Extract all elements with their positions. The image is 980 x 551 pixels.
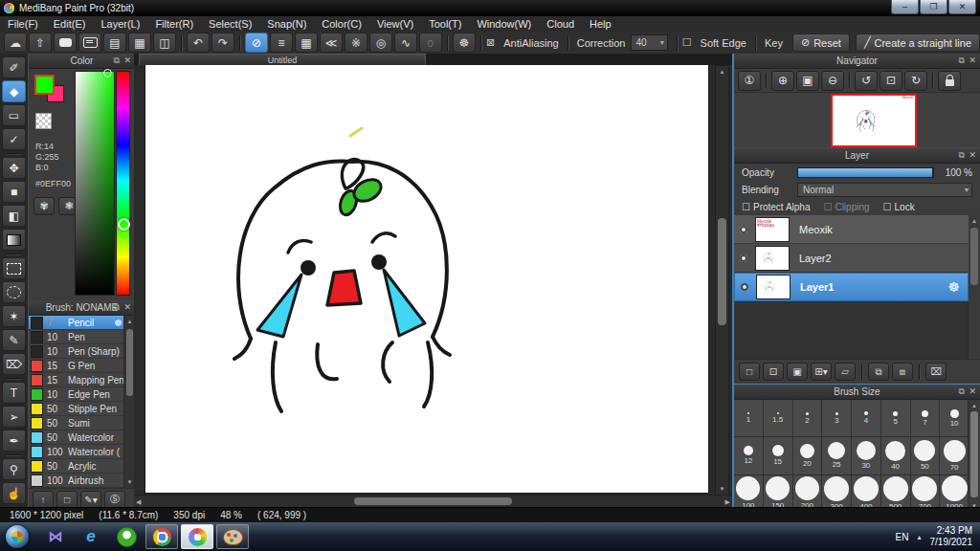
- popout-icon[interactable]: ⧉: [959, 149, 965, 162]
- popout-icon[interactable]: ⧉: [959, 386, 965, 398]
- brush-size-40[interactable]: 40: [881, 437, 910, 474]
- document-tab[interactable]: Untitled: [139, 54, 426, 65]
- soft-edge-checkbox[interactable]: ☐: [682, 36, 692, 49]
- navigator-thumbnail[interactable]: Meoxik: [831, 94, 917, 147]
- new-1bit-layer-button[interactable]: ▣: [787, 363, 808, 381]
- popout-icon[interactable]: ⧉: [959, 55, 965, 67]
- antialiasing-checkbox[interactable]: ⊠: [486, 36, 495, 49]
- hand-tool[interactable]: ☝: [2, 482, 26, 504]
- start-button[interactable]: [6, 525, 29, 548]
- close-icon[interactable]: ✕: [969, 386, 976, 398]
- zoom-out-button[interactable]: ⊖: [821, 71, 844, 91]
- brush-size-15[interactable]: 15: [764, 437, 792, 474]
- menu-item-tool[interactable]: Tool(T): [421, 18, 469, 30]
- scrollbar-thumb[interactable]: [354, 497, 512, 505]
- fill-rect-tool[interactable]: ■: [2, 181, 26, 203]
- rotate-ccw-button[interactable]: ↺: [855, 71, 878, 91]
- blending-select[interactable]: Normal ▾: [797, 183, 972, 197]
- add-brush-button[interactable]: □: [56, 491, 78, 509]
- brush-size-4[interactable]: 4: [852, 400, 880, 436]
- close-button[interactable]: ✕: [948, 0, 976, 14]
- scrollbar-thumb[interactable]: [970, 228, 978, 285]
- brush-item-acrylic[interactable]: 50Acrylic: [29, 459, 124, 474]
- scroll-up-icon[interactable]: ▲: [716, 66, 728, 77]
- palette-button[interactable]: ✾: [33, 197, 55, 215]
- select-eraser-tool[interactable]: ⌦: [2, 353, 26, 375]
- menu-item-file[interactable]: File(F): [0, 18, 46, 30]
- lock-checkbox[interactable]: ☐Lock: [883, 202, 915, 212]
- tray-expand-icon[interactable]: ▴: [917, 533, 921, 541]
- rotate-cw-button[interactable]: ↻: [904, 71, 927, 91]
- close-icon[interactable]: ✕: [123, 301, 131, 314]
- coccoc-taskbar-button[interactable]: [110, 524, 143, 549]
- merge-layer-button[interactable]: ⧈: [892, 363, 913, 381]
- saturation-value-picker[interactable]: [75, 71, 115, 296]
- scroll-down-icon[interactable]: ▼: [716, 483, 728, 495]
- brush-item-pencil[interactable]: 7Pencil☸: [29, 316, 124, 330]
- layer-settings-icon[interactable]: ☸: [947, 279, 960, 295]
- scrollbar-thumb[interactable]: [718, 218, 726, 325]
- add-layer-menu-button[interactable]: ⊞▾: [811, 363, 832, 381]
- scroll-up-icon[interactable]: ▲: [969, 215, 980, 227]
- menu-item-cloud[interactable]: Cloud: [539, 18, 582, 30]
- brush-item-pen[interactable]: 10Pen: [29, 330, 124, 344]
- close-icon[interactable]: ✕: [123, 55, 131, 67]
- zoom-100-button[interactable]: ①: [738, 71, 761, 91]
- cloud-button[interactable]: ☁: [4, 33, 27, 53]
- menu-item-filter[interactable]: Filter(R): [147, 18, 201, 30]
- upload-brush-button[interactable]: ↑: [33, 491, 54, 509]
- frame-tool[interactable]: ▭: [2, 104, 26, 126]
- visibility-dot[interactable]: [740, 254, 747, 262]
- delete-layer-button[interactable]: ⌧: [925, 363, 947, 381]
- brush-size-2[interactable]: 2: [793, 400, 822, 436]
- brush-item-stipple-pen[interactable]: 50Stipple Pen: [29, 402, 124, 416]
- bucket-tool[interactable]: ◧: [2, 205, 26, 227]
- snap-grid-button[interactable]: ▦: [295, 33, 318, 53]
- canvas-horizontal-scrollbar[interactable]: ◀ ▶: [134, 495, 732, 508]
- reset-button[interactable]: ⊘ Reset: [792, 33, 850, 52]
- redo-button[interactable]: ↷: [212, 33, 234, 53]
- opacity-slider[interactable]: [797, 167, 934, 178]
- publish-button[interactable]: ⇧: [29, 33, 52, 53]
- rotate-reset-button[interactable]: ⊡: [880, 71, 902, 91]
- brush-size-50[interactable]: 50: [911, 437, 940, 474]
- visibility-dot[interactable]: [740, 226, 747, 233]
- move-tool[interactable]: ✥: [2, 157, 26, 179]
- brush-size-20[interactable]: 20: [793, 437, 822, 474]
- undo-button[interactable]: ↶: [187, 33, 210, 53]
- comment-list-button[interactable]: [78, 33, 101, 53]
- correction-select[interactable]: 40 ▾: [631, 34, 667, 51]
- menu-item-color[interactable]: Color(C): [314, 18, 369, 30]
- popout-icon[interactable]: ⧉: [114, 55, 120, 67]
- menu-item-snap[interactable]: Snap(N): [259, 18, 314, 30]
- layer-item-layer2[interactable]: Layer2: [734, 244, 969, 273]
- medibang-taskbar-button[interactable]: [181, 524, 213, 549]
- taskbar-clock[interactable]: 2:43 PM 7/19/2021: [930, 525, 973, 548]
- layer-item-meoxik[interactable]: Meoxik#HoidapMeoxik: [734, 215, 969, 244]
- visibility-dot[interactable]: [741, 283, 748, 291]
- close-icon[interactable]: ✕: [969, 55, 976, 67]
- brush-item-pen-sharp[interactable]: 10Pen (Sharp): [29, 344, 124, 359]
- brush-item-watercolor[interactable]: 100Watercolor (: [29, 445, 124, 459]
- gear-icon[interactable]: ☸: [114, 318, 122, 328]
- text-tool[interactable]: T: [2, 382, 26, 404]
- brush-tool[interactable]: ✐: [2, 56, 26, 78]
- brush-size-7[interactable]: 7: [911, 400, 940, 436]
- eraser-tool[interactable]: ◆: [2, 80, 26, 102]
- clipping-checkbox[interactable]: ☐Clipping: [823, 202, 869, 212]
- control-point-tool[interactable]: ✓: [2, 128, 26, 150]
- snap-ellipse-button[interactable]: ◌: [419, 33, 442, 53]
- new-8bit-layer-button[interactable]: ⊡: [763, 363, 784, 381]
- duplicate-layer-button[interactable]: ⧉: [868, 363, 889, 381]
- scrollbar-thumb[interactable]: [970, 411, 978, 497]
- snap-concentric-button[interactable]: ◎: [369, 33, 392, 53]
- fit-view-button[interactable]: ▣: [796, 71, 819, 91]
- brush-size-30[interactable]: 30: [852, 437, 880, 474]
- brush-item-sumi[interactable]: 50Sumi: [29, 416, 124, 430]
- folder-button[interactable]: ▱: [835, 363, 856, 381]
- unlock-button[interactable]: [938, 71, 961, 91]
- foreground-color-swatch[interactable]: [34, 75, 55, 95]
- material-panel-button[interactable]: ▦: [128, 33, 151, 53]
- menu-item-window[interactable]: Window(W): [469, 18, 539, 30]
- menu-item-layer[interactable]: Layer(L): [93, 18, 147, 30]
